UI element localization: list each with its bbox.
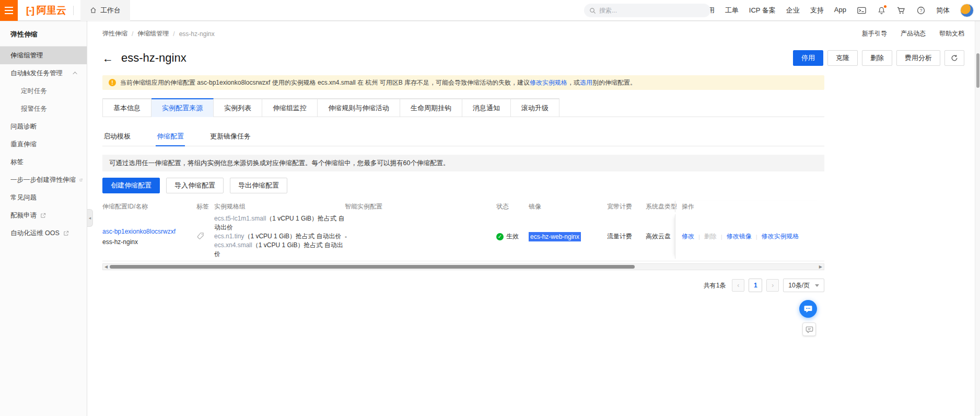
tab-scaling-group-monitor[interactable]: 伸缩组监控 (262, 98, 318, 117)
sidebar-item-auto-trigger-task-management[interactable]: 自动触发任务管理 (0, 64, 87, 82)
vertical-scrollbar-thumb[interactable] (976, 53, 979, 88)
back-arrow-icon[interactable]: ← (102, 53, 113, 64)
horizontal-scrollbar-thumb[interactable] (110, 265, 635, 269)
cost-analysis-button[interactable]: 费用分析 (896, 50, 940, 66)
sidebar-title: 弹性伸缩 (0, 21, 87, 47)
breadcrumb-item-3: ess-hz-nginx (179, 30, 215, 38)
breadcrumb-item-2[interactable]: 伸缩组管理 (137, 29, 169, 38)
tab-instance-list[interactable]: 实例列表 (214, 98, 262, 117)
banner-link[interactable]: 选用 (580, 79, 592, 86)
create-scaling-config-button[interactable]: 创建伸缩配置 (102, 178, 160, 193)
import-scaling-config-button[interactable]: 导入伸缩配置 (166, 178, 224, 193)
action-modify[interactable]: 修改 (682, 232, 694, 241)
aliyun-logo[interactable]: [-] 阿里云 (26, 4, 66, 17)
notifications-bell-icon[interactable] (877, 6, 886, 15)
sidebar-item-label: 配额申请 (10, 211, 37, 220)
pagination-prev-button[interactable]: ‹ (732, 279, 744, 292)
workbench-button[interactable]: 工作台 (80, 0, 130, 21)
cell-status: ✓ 生效 (496, 232, 529, 241)
action-modify-image[interactable]: 修改镜像 (727, 232, 752, 241)
column-header-bandwidth-billing: 宽带计费 (607, 202, 646, 211)
sidebar-item-label: 标签 (10, 158, 24, 167)
scroll-right-arrow-icon[interactable]: ▶ (819, 265, 822, 269)
scroll-left-arrow-icon[interactable]: ◀ (104, 265, 108, 269)
cell-tags (196, 232, 214, 241)
header-link-beginner-guide[interactable]: 新手引导 (862, 29, 887, 38)
sidebar-item-quota-application[interactable]: 配额申请 (0, 206, 87, 224)
topbar-item-tickets[interactable]: 工单 (725, 6, 739, 15)
action-separator: | (721, 234, 722, 240)
status-label: 生效 (506, 232, 519, 241)
topbar-item-support[interactable]: 支持 (810, 6, 824, 15)
delete-button[interactable]: 删除 (862, 50, 892, 66)
aliyun-logo-text: 阿里云 (37, 4, 66, 17)
cell-instance-type-group: ecs.t5-lc1m1.small（1 vCPU 1 GiB）抢占式 自动出价… (214, 214, 345, 259)
tag-icon (196, 232, 204, 240)
vertical-scrollbar[interactable] (975, 21, 980, 416)
pagination-next-button[interactable]: › (766, 279, 779, 292)
help-icon[interactable]: ? (916, 6, 926, 15)
column-header-operations: 操作 (675, 201, 824, 212)
language-selector[interactable]: 简体 (936, 6, 950, 15)
sidebar-item-vertical-scaling[interactable]: 垂直伸缩 (0, 135, 87, 153)
sidebar-collapse-handle[interactable]: ◂ (87, 209, 93, 227)
tab-message-notification[interactable]: 消息通知 (462, 98, 511, 117)
topbar-item-enterprise[interactable]: 企业 (786, 6, 800, 15)
hamburger-menu-icon[interactable] (0, 0, 18, 21)
instance-type: ecs.xn4.small (214, 241, 252, 249)
pagination-total: 共有1条 (704, 281, 726, 290)
banner-link[interactable]: 修改实例规格 (530, 79, 567, 86)
notification-badge (884, 5, 886, 8)
pagination-current-page[interactable]: 1 (749, 279, 762, 292)
user-avatar[interactable] (960, 4, 974, 17)
sidebar-item-alarm-tasks[interactable]: 报警任务 (0, 100, 87, 118)
action-modify-instance-type[interactable]: 修改实例规格 (762, 232, 799, 241)
subtab-update-image-task[interactable]: 更新镜像任务 (209, 128, 252, 146)
topbar-item-app[interactable]: App (834, 6, 846, 15)
notice-bar: 可通过选用任一伸缩配置，将组内实例信息来源切换成对应伸缩配置。每个伸缩组中，您最… (102, 155, 824, 171)
warning-banner: ! 当前伸缩组应用的伸缩配置 asc-bp1exionko8locsrwzxf … (102, 75, 824, 90)
banner-text: 当前伸缩组应用的伸缩配置 asc-bp1exionko8locsrwzxf 使用… (120, 78, 636, 87)
pagination: 共有1条 ‹ 1 › 10条/页 (102, 279, 824, 292)
breadcrumb-item-1[interactable]: 弹性伸缩 (102, 29, 127, 38)
header-link-product-news[interactable]: 产品动态 (901, 29, 926, 38)
terminal-icon[interactable] (857, 6, 866, 15)
sidebar-item-problem-diagnosis[interactable]: 问题诊断 (0, 118, 87, 135)
refresh-button[interactable] (944, 50, 964, 66)
search-input[interactable] (599, 7, 698, 14)
config-id-link[interactable]: asc-bp1exionko8locsrwzxf (102, 228, 196, 235)
tab-scaling-rules-activities[interactable]: 伸缩规则与伸缩活动 (318, 98, 400, 117)
topbar-search[interactable] (584, 4, 710, 17)
subtab-scaling-configuration[interactable]: 伸缩配置 (156, 128, 185, 146)
column-header-instance-type-group: 实例规格组 (214, 202, 345, 211)
banner-text-segment: 别的伸缩配置。 (592, 79, 636, 86)
header-link-help-docs[interactable]: 帮助文档 (939, 29, 964, 38)
cart-icon[interactable] (896, 6, 906, 15)
header-actions: 停用 克隆删除费用分析 (793, 50, 964, 66)
sidebar-item-step-by-step-create-ess[interactable]: 一步一步创建弹性伸缩 (0, 171, 87, 189)
page-size-select[interactable]: 10条/页 (783, 279, 824, 292)
tab-rolling-upgrade[interactable]: 滚动升级 (511, 98, 559, 117)
sidebar-item-scheduled-tasks[interactable]: 定时任务 (0, 82, 87, 100)
tab-lifecycle-hooks[interactable]: 生命周期挂钩 (400, 98, 462, 117)
chat-bubble-icon (803, 304, 813, 314)
feedback-button[interactable] (802, 322, 816, 336)
clone-button[interactable]: 克隆 (827, 50, 858, 66)
chevron-up-icon (73, 72, 77, 76)
horizontal-scrollbar[interactable]: ◀ ▶ (102, 263, 824, 270)
sidebar-item-faq[interactable]: 常见问题 (0, 189, 87, 206)
subtab-launch-template[interactable]: 启动模板 (102, 128, 132, 146)
table-row: asc-bp1exionko8locsrwzxf ess-hz-nginx ec… (102, 212, 824, 261)
sidebar-item-label: 自动化运维 OOS (10, 229, 60, 238)
tab-instance-config-source[interactable]: 实例配置来源 (151, 98, 214, 117)
topbar-item-icp[interactable]: ICP 备案 (749, 6, 776, 15)
sidebar-item-label: 一步一步创建弹性伸缩 (10, 176, 76, 184)
stop-button[interactable]: 停用 (793, 50, 823, 66)
customer-service-button[interactable] (799, 300, 817, 318)
sidebar-item-scaling-group-management[interactable]: 伸缩组管理 (0, 47, 87, 64)
export-scaling-config-button[interactable]: 导出伸缩配置 (230, 178, 287, 193)
sidebar-item-oos-automation[interactable]: 自动化运维 OOS (0, 224, 87, 242)
tab-basic-info[interactable]: 基本信息 (102, 98, 151, 117)
sidebar-item-tags[interactable]: 标签 (0, 153, 87, 171)
sidebar-item-label: 报警任务 (21, 105, 47, 113)
